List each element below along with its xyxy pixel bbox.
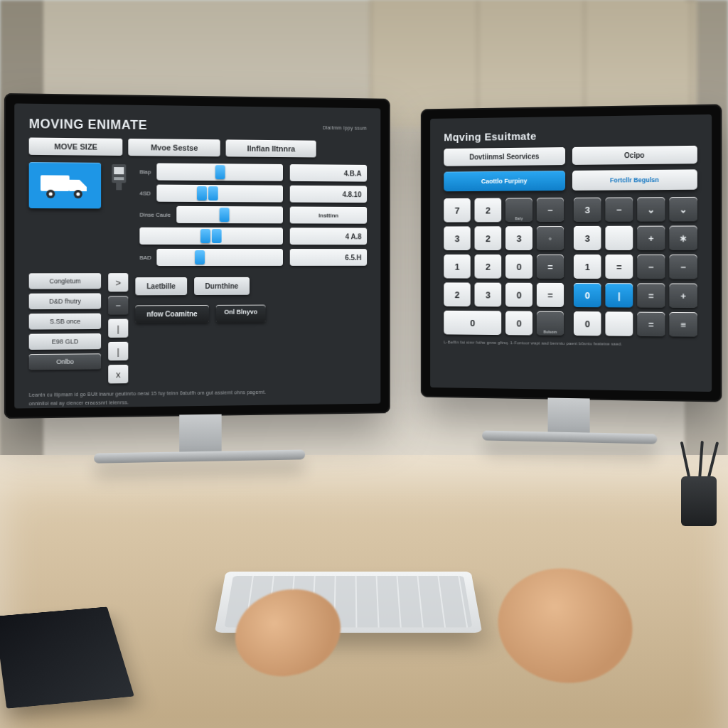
slider-0[interactable]: [156, 163, 283, 181]
padA-key-9[interactable]: 2: [474, 255, 501, 279]
padA-key-3[interactable]: −: [537, 198, 564, 222]
stepper-3[interactable]: |: [108, 342, 128, 360]
right-monitor: Mqving Esuitmate Dovtiinmsl Seorvices Oc…: [421, 104, 722, 402]
padA-key-15[interactable]: =: [537, 283, 564, 307]
slider-label-0: Blap: [139, 168, 151, 175]
padB-key-15[interactable]: +: [669, 283, 697, 308]
pencil-cup: [674, 441, 724, 526]
btn-move-continue[interactable]: nfow Coamitne: [135, 305, 208, 323]
padB-key-1[interactable]: −: [605, 197, 633, 221]
padB-key-2[interactable]: ⌄: [637, 197, 665, 222]
slider-3[interactable]: [139, 228, 283, 245]
svg-rect-0: [41, 175, 70, 191]
padA-key-8[interactable]: 1: [444, 255, 470, 279]
padA-key-11[interactable]: =: [537, 255, 564, 279]
padB-key-0[interactable]: 3: [574, 198, 601, 222]
padA-key-17[interactable]: 0: [505, 311, 532, 335]
price-2: Insttinn: [290, 207, 367, 224]
slider-2[interactable]: [176, 206, 283, 223]
tab-move-services[interactable]: Mvoe Sestse: [128, 139, 220, 156]
padB-key-17[interactable]: [605, 311, 633, 336]
svg-rect-6: [114, 167, 124, 174]
padA-key-14[interactable]: 0: [505, 283, 532, 307]
category-tabs: MOVE SIZE Mvoe Sestse Ilnflan IItnnra: [29, 137, 367, 158]
tab-inflation[interactable]: Ilnflan IItnnra: [226, 139, 316, 157]
keypad-right: 3−⌄⌄3 +∗1=−−0|=+0 =≡: [574, 197, 697, 337]
padB-key-5[interactable]: [605, 226, 633, 250]
stepper-4[interactable]: x: [108, 365, 128, 383]
price-1: 4.8.10: [290, 186, 367, 203]
padA-key-1[interactable]: 2: [474, 198, 501, 223]
padA-key-4[interactable]: 3: [444, 226, 470, 250]
truck-icon: [39, 169, 91, 201]
padB-key-6[interactable]: +: [637, 226, 665, 250]
tab-additional-services[interactable]: Dovtiinmsl Seorvices: [444, 147, 565, 166]
sidebar-item-0[interactable]: Congletum: [29, 273, 101, 289]
padA-key-5[interactable]: 2: [474, 226, 501, 250]
stepper-0[interactable]: >: [108, 273, 128, 291]
svg-rect-8: [116, 183, 122, 190]
padA-key-10[interactable]: 0: [505, 255, 532, 279]
keypad-left: 72Baly−323◦120=230=00Bulsom: [444, 198, 564, 336]
left-screen: MOVING ENIMATE Dlaitmm Ippy ssum MOVE SI…: [14, 103, 380, 408]
padA-key-13[interactable]: 3: [474, 283, 501, 307]
padB-key-4[interactable]: 3: [574, 226, 601, 250]
btn-primary[interactable]: Caottlo Furpiny: [444, 171, 565, 191]
padB-key-16[interactable]: 0: [574, 311, 601, 336]
calc-footnote: L-Beffin fai simr fsthe gnne gftnq. 1-Fo…: [444, 340, 697, 347]
padA-key-16[interactable]: 0: [444, 311, 501, 335]
padA-key-7[interactable]: ◦: [537, 226, 564, 250]
scanner-icon: [108, 163, 129, 208]
sidebar-item-4[interactable]: Onlbo: [29, 353, 101, 370]
left-monitor: MOVING ENIMATE Dlaitmm Ippy ssum MOVE SI…: [4, 93, 390, 419]
sidebar-item-1[interactable]: D&D fhutry: [29, 293, 101, 309]
price-3: 4 A.8: [290, 228, 367, 245]
padB-key-10[interactable]: −: [637, 255, 665, 279]
stepper-1[interactable]: −: [108, 296, 128, 314]
slider-4[interactable]: [157, 249, 283, 266]
sidebar-item-2[interactable]: S.SB once: [29, 314, 101, 330]
slider-label-2: Dinse Cauie: [139, 211, 171, 218]
svg-rect-7: [114, 177, 124, 180]
tab-ocipo[interactable]: Ocipo: [572, 146, 697, 165]
app-title-right: Mqving Esuitmate: [444, 127, 697, 143]
padB-key-7[interactable]: ∗: [669, 225, 697, 250]
padB-key-9[interactable]: =: [605, 255, 633, 279]
slider-1[interactable]: [156, 185, 283, 203]
padA-key-6[interactable]: 3: [505, 226, 532, 250]
chip-onl[interactable]: Onl Blnyvo: [215, 305, 265, 323]
slider-stack: Blap4SDDinse CauieBAD: [139, 163, 283, 266]
app-title: MOVING ENIMATE: [29, 117, 147, 133]
price-4: 6.5.H: [290, 249, 367, 266]
padB-key-14[interactable]: =: [637, 283, 665, 308]
padA-key-12[interactable]: 2: [444, 282, 470, 306]
right-screen: Mqving Esuitmate Dovtiinmsl Seorvices Oc…: [430, 114, 712, 392]
padB-key-18[interactable]: =: [637, 312, 665, 337]
truck-card[interactable]: [29, 162, 101, 208]
padB-key-8[interactable]: 1: [574, 255, 601, 279]
padA-key-18[interactable]: Bulsom: [537, 311, 564, 336]
padB-key-13[interactable]: |: [605, 283, 633, 307]
padB-key-12[interactable]: 0: [574, 283, 601, 307]
tab-move-size[interactable]: MOVE SIZE: [29, 137, 123, 156]
padA-key-2[interactable]: Baly: [505, 198, 532, 222]
padB-key-3[interactable]: ⌄: [669, 197, 697, 222]
stepper-2[interactable]: |: [108, 319, 128, 338]
padB-key-11[interactable]: −: [669, 255, 697, 279]
price-column: 4.B.A4.8.10Insttinn4 A.86.5.H: [290, 164, 367, 266]
btn-laetbille[interactable]: Laetbille: [135, 277, 186, 295]
sidebar: CongletumD&D fhutryS.SB onceE98 GLDOnlbo: [29, 273, 101, 385]
slider-label-4: BAD: [139, 254, 151, 260]
padA-key-0[interactable]: 7: [444, 198, 470, 223]
btn-secondary[interactable]: Fortcllr Begulsn: [572, 169, 697, 191]
sidebar-item-3[interactable]: E98 GLD: [29, 333, 101, 350]
btn-durnthine[interactable]: Durnthine: [194, 277, 250, 295]
stepper-column: >−||x: [108, 273, 128, 383]
slider-label-1: 4SD: [139, 190, 151, 196]
price-0: 4.B.A: [290, 164, 367, 182]
corner-note: Dlaitmm Ippy ssum: [323, 125, 367, 131]
padB-key-19[interactable]: ≡: [669, 312, 697, 337]
svg-point-2: [49, 192, 53, 196]
svg-point-4: [76, 193, 80, 196]
